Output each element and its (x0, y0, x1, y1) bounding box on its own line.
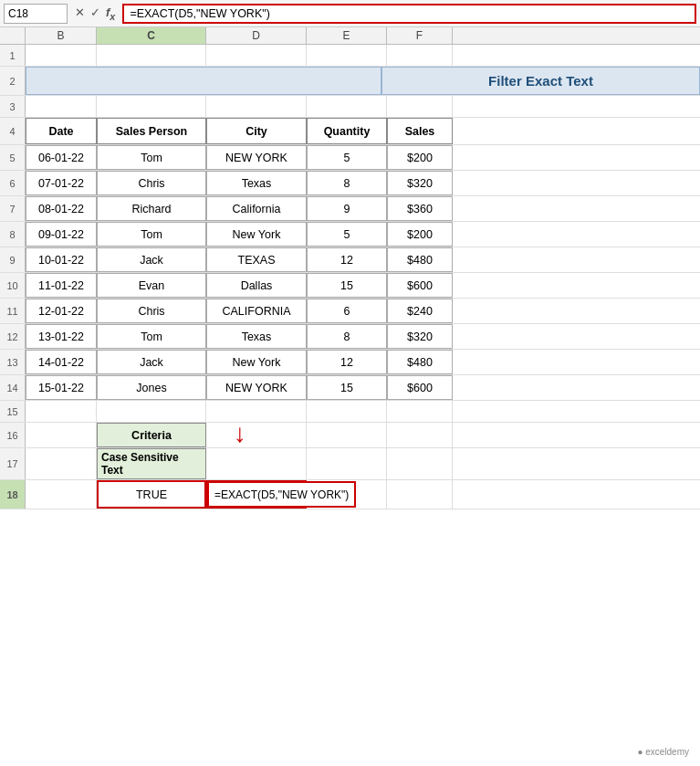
cell-d3[interactable] (206, 96, 307, 117)
cell-city-9[interactable]: TEXAS (206, 247, 307, 272)
confirm-icon[interactable]: ✓ (90, 5, 100, 22)
col-header-b[interactable]: B (26, 27, 97, 44)
cell-sales-11[interactable]: $240 (387, 299, 453, 323)
col-header-f[interactable]: F (387, 27, 453, 44)
header-sales[interactable]: Sales (387, 118, 453, 144)
col-header-e[interactable]: E (307, 27, 387, 44)
cell-date-5[interactable]: 06-01-22 (26, 145, 97, 170)
cell-person-7[interactable]: Richard (97, 196, 206, 221)
row-5: 5 06-01-22 Tom NEW YORK 5 $200 (0, 145, 700, 171)
cell-city-14[interactable]: NEW YORK (206, 375, 307, 400)
header-date[interactable]: Date (26, 118, 97, 144)
formula-bar: C18 ✕ ✓ fx =EXACT(D5,"NEW YORK") (0, 0, 700, 27)
cell-f16[interactable] (387, 423, 453, 447)
cell-date-6[interactable]: 07-01-22 (26, 171, 97, 195)
cell-sales-12[interactable]: $320 (387, 324, 453, 349)
cell-person-9[interactable]: Jack (97, 247, 206, 272)
cell-sales-6[interactable]: $320 (387, 171, 453, 195)
cell-date-14[interactable]: 15-01-22 (26, 375, 97, 400)
cell-date-12[interactable]: 13-01-22 (26, 324, 97, 349)
cell-qty-14[interactable]: 15 (307, 375, 387, 400)
cell-b3[interactable] (26, 96, 97, 117)
col-header-d[interactable]: D (206, 27, 307, 44)
cell-person-8[interactable]: Tom (97, 222, 206, 247)
criteria-header-cell[interactable]: Criteria (97, 423, 206, 447)
criteria-value-cell[interactable]: TRUE (97, 480, 206, 509)
fx-icon[interactable]: fx (106, 5, 115, 22)
rownum-10: 10 (0, 273, 26, 298)
cancel-icon[interactable]: ✕ (75, 5, 85, 22)
cell-city-8[interactable]: New York (206, 222, 307, 247)
cell-d15[interactable] (206, 401, 307, 422)
cell-sales-10[interactable]: $600 (387, 273, 453, 298)
cell-person-11[interactable]: Chris (97, 299, 206, 323)
cell-e16[interactable] (307, 423, 387, 447)
cell-qty-7[interactable]: 9 (307, 196, 387, 221)
cell-c3[interactable] (97, 96, 206, 117)
cell-sales-9[interactable]: $480 (387, 247, 453, 272)
cell-f3[interactable] (387, 96, 453, 117)
formula-input[interactable]: =EXACT(D5,"NEW YORK") (122, 4, 696, 24)
cell-person-6[interactable]: Chris (97, 171, 206, 195)
cell-person-12[interactable]: Tom (97, 324, 206, 349)
cell-person-14[interactable]: Jones (97, 375, 206, 400)
cell-b1[interactable] (26, 45, 97, 66)
cell-city-5[interactable]: NEW YORK (206, 145, 307, 170)
cell-city-6[interactable]: Texas (206, 171, 307, 195)
cell-f17[interactable] (387, 448, 453, 479)
cell-date-8[interactable]: 09-01-22 (26, 222, 97, 247)
cell-qty-11[interactable]: 6 (307, 299, 387, 323)
cell-b17[interactable] (26, 448, 97, 479)
cell-d16[interactable]: ↓ (206, 423, 307, 447)
cell-b18[interactable] (26, 480, 97, 509)
cell-date-7[interactable]: 08-01-22 (26, 196, 97, 221)
cell-person-10[interactable]: Evan (97, 273, 206, 298)
cell-b15[interactable] (26, 401, 97, 422)
criteria-label-cell[interactable]: Case Sensitive Text (97, 448, 206, 479)
cell-e1[interactable] (307, 45, 387, 66)
cell-date-13[interactable]: 14-01-22 (26, 350, 97, 374)
cell-e3[interactable] (307, 96, 387, 117)
row-9: 9 10-01-22 Jack TEXAS 12 $480 (0, 247, 700, 273)
header-quantity[interactable]: Quantity (307, 118, 387, 144)
header-salesperson[interactable]: Sales Person (97, 118, 206, 144)
cell-sales-13[interactable]: $480 (387, 350, 453, 374)
cell-b2[interactable] (26, 67, 381, 95)
cell-sales-8[interactable]: $200 (387, 222, 453, 247)
cell-person-5[interactable]: Tom (97, 145, 206, 170)
cell-c15[interactable] (97, 401, 206, 422)
cell-f1[interactable] (387, 45, 453, 66)
cell-d1[interactable] (206, 45, 307, 66)
col-header-c[interactable]: C (97, 27, 206, 44)
cell-qty-5[interactable]: 5 (307, 145, 387, 170)
cell-person-13[interactable]: Jack (97, 350, 206, 374)
cell-qty-6[interactable]: 8 (307, 171, 387, 195)
cell-f18[interactable] (387, 480, 453, 509)
cell-qty-13[interactable]: 12 (307, 350, 387, 374)
cell-sales-7[interactable]: $360 (387, 196, 453, 221)
cell-d18[interactable]: =EXACT(D5,"NEW YORK") (206, 480, 307, 509)
column-headers: B C D E F (0, 27, 700, 45)
header-city[interactable]: City (206, 118, 307, 144)
cell-e17[interactable] (307, 448, 387, 479)
cell-qty-8[interactable]: 5 (307, 222, 387, 247)
cell-b16[interactable] (26, 423, 97, 447)
cell-c1[interactable] (97, 45, 206, 66)
cell-d17[interactable] (206, 448, 307, 479)
cell-city-13[interactable]: New York (206, 350, 307, 374)
cell-city-11[interactable]: CALIFORNIA (206, 299, 307, 323)
cell-sales-14[interactable]: $600 (387, 375, 453, 400)
cell-city-10[interactable]: Dallas (206, 273, 307, 298)
cell-date-10[interactable]: 11-01-22 (26, 273, 97, 298)
cell-e15[interactable] (307, 401, 387, 422)
cell-date-9[interactable]: 10-01-22 (26, 247, 97, 272)
cell-city-7[interactable]: California (206, 196, 307, 221)
cell-qty-12[interactable]: 8 (307, 324, 387, 349)
cell-date-11[interactable]: 12-01-22 (26, 299, 97, 323)
cell-city-12[interactable]: Texas (206, 324, 307, 349)
cell-reference-box[interactable]: C18 (4, 4, 68, 24)
cell-f15[interactable] (387, 401, 453, 422)
cell-qty-9[interactable]: 12 (307, 247, 387, 272)
cell-qty-10[interactable]: 15 (307, 273, 387, 298)
cell-sales-5[interactable]: $200 (387, 145, 453, 170)
